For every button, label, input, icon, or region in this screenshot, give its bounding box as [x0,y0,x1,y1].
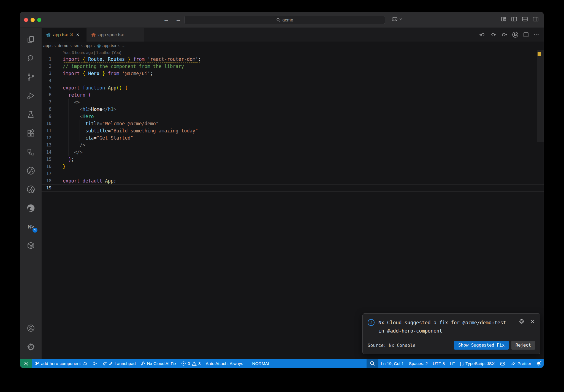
more-actions-icon[interactable] [533,32,539,38]
close-window-button[interactable] [24,18,28,22]
run-debug-icon[interactable] [25,89,37,102]
copilot-menu[interactable] [391,16,402,22]
code-line[interactable]: 11 subtitle="Build something amazing tod… [42,127,544,134]
close-notification-icon[interactable] [530,319,535,324]
language-mode-status[interactable]: { } TypeScript JSX [457,359,497,368]
code-line[interactable]: 17 [42,170,544,177]
code-line[interactable]: 6 return ( [42,91,544,99]
window-controls [24,18,41,22]
editor-scrollbar[interactable] [537,50,544,359]
tab-app-spec-tsx[interactable]: app.spec.tsx [87,28,144,42]
breadcrumb-item[interactable]: demo [58,43,69,48]
reject-button[interactable]: Reject [511,341,535,350]
breadcrumb-item[interactable]: apps [43,43,53,48]
tab-bar: app.tsx 3 × app.spec.tsx [42,28,544,42]
commit-graph-icon[interactable] [25,164,37,177]
code-line[interactable]: 18export default App; [42,177,544,184]
toggle-primary-sidebar-icon[interactable] [511,17,517,22]
status-bar: add-hero-component Launchpad Nx Cloud AI… [20,359,544,368]
prettier-status[interactable]: Prettier [508,359,534,368]
overview-ruler-warning-mark [538,52,541,56]
search-view-icon[interactable] [25,52,37,65]
breadcrumb-item[interactable]: app [85,43,92,48]
code-line[interactable]: 7 <> [42,99,544,106]
split-editor-icon[interactable] [523,32,529,38]
code-line[interactable]: 3import { Hero } from '@acme/ui'; [42,70,544,77]
line-number: 17 [42,170,51,177]
code-line[interactable]: 10 title="Welcmoe @acme/demo" [42,120,544,127]
explorer-icon[interactable] [25,33,37,46]
code-line[interactable]: 2// importing the component from the lib… [42,63,544,70]
code-line[interactable]: 15 ); [42,156,544,163]
line-number: 19 [42,184,51,192]
launchpad-status[interactable]: Launchpad [100,359,138,368]
eol-status[interactable]: LF [447,359,457,368]
extensions-icon[interactable] [25,127,37,140]
line-number: 11 [42,127,51,134]
zoom-out-icon [370,361,375,366]
breadcrumb-item[interactable]: src [74,43,79,48]
code-line[interactable]: 12 cta="Get Started" [42,134,544,141]
code-line[interactable]: 14 </> [42,149,544,156]
notification-settings-gear-icon[interactable] [519,318,525,325]
edge-browser-icon[interactable] [25,202,37,214]
text-cursor [63,185,63,191]
close-tab-icon[interactable]: × [76,32,79,38]
navigate-forward-icon[interactable]: → [175,16,181,23]
show-suggested-fix-button[interactable]: Show Suggested Fix [454,341,509,350]
code-line[interactable]: 9 <Hero [42,113,544,120]
problems-status[interactable]: 0 3 [179,359,203,368]
cursor-position-status[interactable]: Ln 19, Col 1 [378,359,406,368]
toggle-panel-icon[interactable] [522,17,528,22]
code-line[interactable]: 5export function App() { [42,84,544,91]
warning-icon [192,361,197,366]
code-line[interactable]: 19 [42,184,544,192]
code-line[interactable]: 13 /> [42,141,544,149]
copilot-status[interactable] [497,359,508,368]
command-center-search[interactable]: acme [184,16,385,24]
code-line[interactable]: 1import { Route, Routes } from 'react-ro… [42,56,544,63]
nx-cloud-ai-fix-status[interactable]: Nx Cloud AI Fix [138,359,179,368]
workspace-references-icon[interactable] [25,146,37,158]
source-control-icon[interactable] [25,71,37,83]
code-line[interactable]: 4 [42,77,544,84]
previous-change-icon[interactable] [479,32,486,38]
next-change-icon[interactable] [500,32,508,38]
encoding-status[interactable]: UTF-8 [430,359,447,368]
remote-icon [24,361,29,366]
copilot-icon [500,361,506,366]
code-line[interactable]: 8 <h1>Home</h1> [42,106,544,113]
breadcrumb-symbol[interactable]: … [121,43,126,48]
minimize-window-button[interactable] [31,18,35,22]
container-icon[interactable] [25,239,37,252]
testing-icon[interactable] [25,108,37,121]
current-change-icon[interactable] [490,32,496,38]
zoom-indicator[interactable] [367,359,378,368]
pencil-icon [109,361,113,366]
toggle-secondary-sidebar-icon[interactable] [533,17,539,22]
customize-layout-icon[interactable] [501,17,506,22]
run-or-debug-icon[interactable] [512,31,519,38]
commit-graph-status[interactable] [90,359,100,368]
git-branch-status[interactable]: add-hero-component [32,359,90,368]
code-line[interactable]: 16} [42,163,544,170]
nx-console-icon[interactable]: N>1 [25,220,37,233]
error-icon [181,361,186,366]
tab-problems-badge: 3 [70,32,73,37]
auto-attach-status[interactable]: Auto Attach: Always [203,359,246,368]
tab-label: app.spec.tsx [98,32,124,37]
tab-app-tsx[interactable]: app.tsx 3 × [42,28,86,42]
indentation-status[interactable]: Spaces: 2 [406,359,430,368]
remote-indicator[interactable] [20,359,32,368]
vim-mode-status[interactable]: -- NORMAL -- [246,359,277,368]
code-editor[interactable]: You, 3 hours ago | 1 author (You) 1impor… [42,50,544,359]
settings-gear-icon[interactable] [25,341,37,353]
navigate-back-icon[interactable]: ← [163,16,169,23]
zoom-window-button[interactable] [37,18,41,22]
breadcrumb-file[interactable]: app.tsx [97,43,116,48]
notifications-status[interactable] [534,359,544,368]
gitlens-search-icon[interactable] [25,183,37,196]
scrollbar-slider[interactable] [537,50,544,142]
line-number: 13 [42,141,51,149]
accounts-icon[interactable] [25,322,37,334]
